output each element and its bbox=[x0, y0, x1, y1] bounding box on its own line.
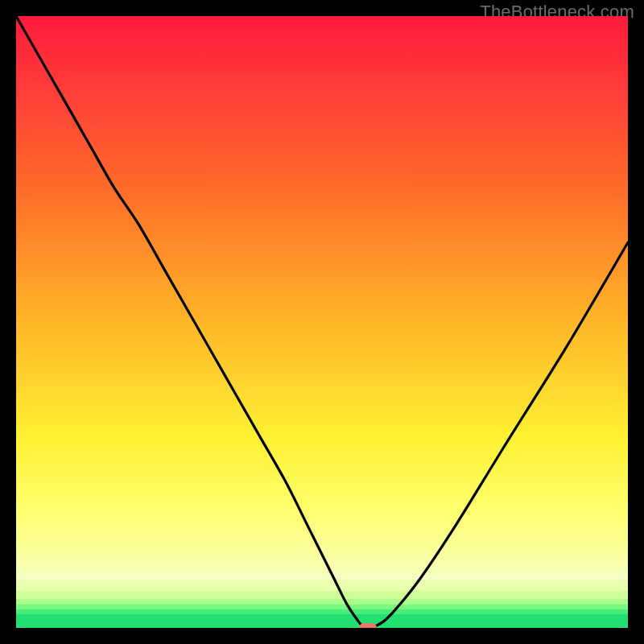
curve-svg bbox=[16, 16, 628, 628]
bottleneck-curve bbox=[16, 16, 628, 628]
optimum-marker bbox=[359, 623, 377, 628]
plot-area bbox=[16, 16, 628, 628]
chart-frame: TheBottleneck.com bbox=[0, 0, 644, 644]
